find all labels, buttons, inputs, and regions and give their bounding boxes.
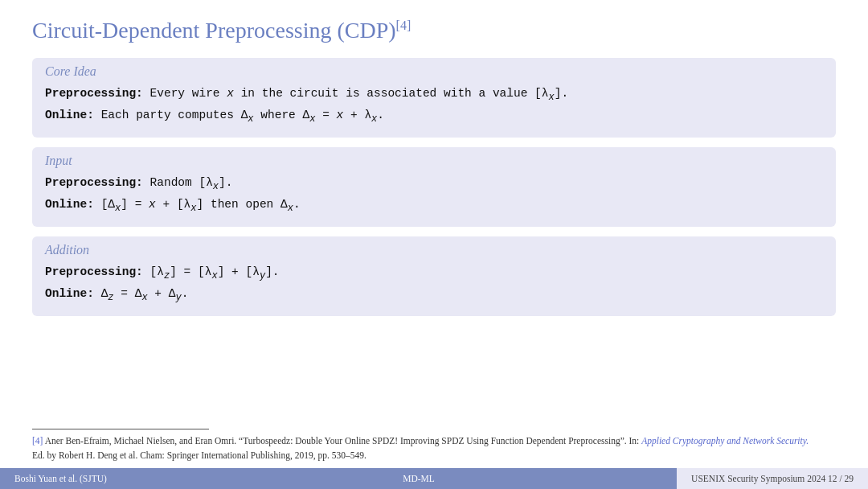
bottom-left-text: Boshi Yuan et al. (SJTU) — [14, 474, 107, 483]
section-content-input: Preprocessing: Random [λx]. Online: [Δx]… — [45, 173, 823, 217]
bottom-right: USENIX Security Symposium 2024 12 / 29 — [677, 468, 868, 489]
section-input: Input Preprocessing: Random [λx]. Online… — [32, 147, 836, 227]
section-addition: Addition Preprocessing: [λz] = [λx] + [λ… — [32, 236, 836, 316]
section-content-addition: Preprocessing: [λz] = [λx] + [λy]. Onlin… — [45, 262, 823, 306]
core-idea-line-2: Online: Each party computes Δx where Δx … — [45, 105, 823, 127]
slide-title: Circuit-Dependent Preprocessing (CDP)[4] — [32, 18, 836, 43]
preprocessing-label-1: Preprocessing: — [45, 87, 143, 100]
input-text-2: [Δx] = x + [λx] then open Δx. — [101, 198, 301, 211]
preprocessing-label-2: Preprocessing: — [45, 176, 143, 189]
footnote-editor: Ed. by Robert H. Deng et al. Cham: Sprin… — [32, 450, 366, 460]
footnote-divider — [32, 429, 209, 429]
online-label-1: Online: — [45, 109, 94, 121]
footnote-venue-pre: In: — [629, 436, 642, 446]
title-ref: [4] — [396, 18, 411, 32]
section-core-idea: Core Idea Preprocessing: Every wire x in… — [32, 58, 836, 138]
input-text-1: Random [λx]. — [150, 176, 233, 189]
addition-line-2: Online: Δz = Δx + Δy. — [45, 284, 823, 306]
online-label-3: Online: — [45, 287, 94, 300]
input-line-1: Preprocessing: Random [λx]. — [45, 173, 823, 195]
online-label-2: Online: — [45, 198, 94, 211]
section-label-core-idea: Core Idea — [45, 64, 823, 79]
footnote: [4] Aner Ben-Efraim, Michael Nielsen, an… — [32, 434, 820, 463]
footnote-title: “Turbospeedz: Double Your Online SPDZ! I… — [239, 436, 628, 446]
addition-text-2: Δz = Δx + Δy. — [101, 287, 189, 300]
core-idea-line-1: Preprocessing: Every wire x in the circu… — [45, 84, 823, 105]
core-idea-text-1: Every wire x in the circuit is associate… — [150, 87, 569, 100]
addition-text-1: [λz] = [λx] + [λy]. — [150, 265, 280, 278]
addition-line-1: Preprocessing: [λz] = [λx] + [λy]. — [45, 262, 823, 284]
slide: Circuit-Dependent Preprocessing (CDP)[4]… — [0, 0, 868, 489]
bottom-center-text: MD-ML — [403, 474, 435, 483]
content-area: Core Idea Preprocessing: Every wire x in… — [32, 58, 836, 489]
section-label-addition: Addition — [45, 243, 823, 257]
bottom-bar: Boshi Yuan et al. (SJTU) MD-ML USENIX Se… — [0, 468, 868, 489]
footnote-authors: Aner Ben-Efraim, Michael Nielsen, and Er… — [45, 436, 239, 446]
title-text: Circuit-Dependent Preprocessing (CDP) — [32, 18, 396, 43]
bottom-right-text: USENIX Security Symposium 2024 12 / 29 — [691, 474, 854, 483]
bottom-center: MD-ML — [161, 468, 677, 489]
preprocessing-label-3: Preprocessing: — [45, 265, 143, 278]
core-idea-text-2: Each party computes Δx where Δx = x + λx… — [101, 109, 384, 121]
bottom-left: Boshi Yuan et al. (SJTU) — [0, 468, 161, 489]
footnote-venue: Applied Cryptography and Network Securit… — [641, 436, 809, 446]
footnote-ref: [4] — [32, 436, 43, 446]
section-label-input: Input — [45, 154, 823, 168]
section-content-core-idea: Preprocessing: Every wire x in the circu… — [45, 84, 823, 128]
input-line-2: Online: [Δx] = x + [λx] then open Δx. — [45, 195, 823, 216]
